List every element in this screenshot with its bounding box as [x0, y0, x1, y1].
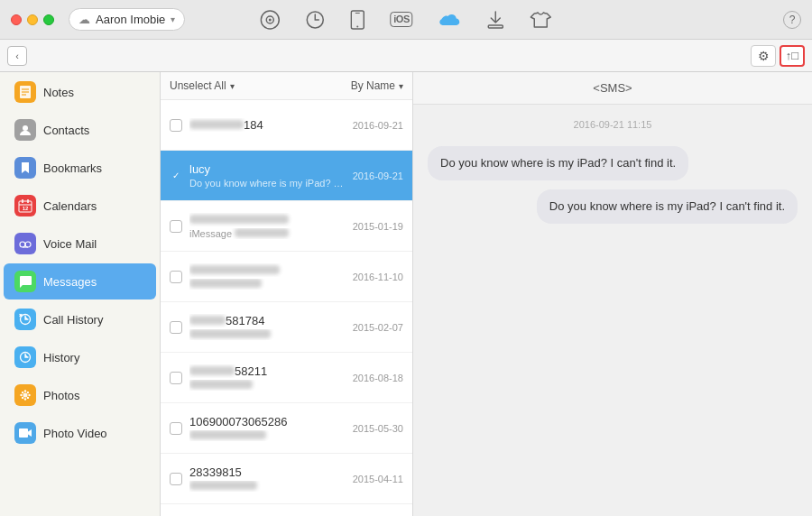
- sidebar-callhistory-label: Call History: [43, 313, 103, 327]
- sidebar-item-calendars[interactable]: 12 Calendars: [4, 188, 156, 224]
- contact-info: 58211: [189, 364, 346, 391]
- sidebar-item-history[interactable]: History: [4, 339, 156, 375]
- svg-rect-32: [19, 428, 28, 438]
- sidebar-photovideo-label: Photo Video: [43, 427, 107, 440]
- contact-date: 2015-05-30: [353, 423, 403, 434]
- contact-name: 184: [189, 118, 346, 132]
- sidebar-contacts-label: Contacts: [43, 124, 89, 137]
- sidebar-item-notes[interactable]: Notes: [4, 74, 156, 110]
- list-item[interactable]: 184 2016-09-21: [161, 100, 412, 151]
- contact-preview: [189, 329, 346, 340]
- sidebar-item-voicemail[interactable]: Voice Mail: [4, 226, 156, 262]
- callhistory-icon: [14, 309, 36, 330]
- tshirt-icon[interactable]: [531, 11, 552, 29]
- icloud-icon[interactable]: [438, 12, 462, 28]
- nav-bar: ‹ ⚙ ↑□: [0, 40, 812, 72]
- sort-button[interactable]: By Name ▾: [351, 79, 403, 92]
- main-content: Notes Contacts Bookmarks: [0, 72, 812, 516]
- contact-preview: iMessage: [189, 228, 346, 239]
- contact-name: [189, 263, 346, 277]
- chat-header: <SMS>: [413, 72, 812, 105]
- contact-checkbox[interactable]: [170, 422, 182, 435]
- list-item[interactable]: iMessage 2015-01-19: [161, 201, 412, 252]
- contact-name: [189, 213, 346, 226]
- list-header: Unselect All ▾ By Name ▾: [161, 72, 412, 100]
- calendars-icon: 12: [14, 195, 36, 217]
- svg-point-30: [27, 392, 29, 393]
- sidebar-item-callhistory[interactable]: Call History: [4, 301, 156, 337]
- ios-icon[interactable]: iOS: [390, 12, 412, 27]
- svg-point-24: [24, 390, 26, 392]
- svg-point-29: [27, 397, 29, 399]
- sidebar-item-photos[interactable]: Photos: [4, 377, 156, 413]
- account-selector[interactable]: ☁ Aaron Imobie ▾: [69, 8, 185, 31]
- contact-preview: [189, 481, 346, 492]
- close-button[interactable]: [11, 14, 22, 25]
- history-icon: [14, 346, 36, 368]
- contact-date: 2016-11-10: [353, 272, 403, 282]
- contact-checkbox[interactable]: [170, 321, 182, 334]
- backup-history-icon[interactable]: [305, 10, 325, 30]
- name-blur: [189, 316, 226, 325]
- device-icon[interactable]: [350, 10, 364, 30]
- contact-info: lucy Do you know where is my iPad? I can…: [189, 162, 346, 189]
- sidebar-item-bookmarks[interactable]: Bookmarks: [4, 150, 156, 186]
- svg-point-23: [23, 393, 28, 398]
- settings-button[interactable]: ⚙: [751, 45, 776, 67]
- list-item[interactable]: 581784 2015-02-07: [161, 302, 412, 353]
- download-icon[interactable]: [487, 10, 505, 30]
- help-button[interactable]: ?: [783, 11, 801, 29]
- chat-timestamp: 2016-09-21 11:15: [428, 112, 798, 137]
- sidebar-item-messages[interactable]: Messages: [4, 263, 156, 299]
- contacts-icon: [14, 119, 36, 141]
- sidebar-calendars-label: Calendars: [43, 199, 97, 213]
- music-icon[interactable]: [260, 10, 280, 30]
- list-item[interactable]: 106900073065286 2015-05-30: [161, 403, 412, 454]
- message-bubble-received: Do you know where is my iPad? I can't fi…: [428, 146, 688, 180]
- dropdown-icon: ▾: [230, 81, 235, 91]
- photos-icon: [14, 384, 36, 406]
- list-item[interactable]: 28339815 2015-04-11: [161, 454, 412, 504]
- contact-info: iMessage: [189, 213, 346, 239]
- contact-checkbox[interactable]: [170, 473, 182, 485]
- contact-date: 2015-02-07: [353, 322, 403, 333]
- list-item[interactable]: 100860325225 2015-01-26: [161, 504, 412, 516]
- contact-preview: Do you know where is my iPad? I can't fi…: [189, 178, 346, 189]
- contact-name: 28339815: [189, 465, 346, 479]
- contact-checkbox[interactable]: [170, 372, 182, 384]
- sidebar-photos-label: Photos: [43, 389, 79, 402]
- gear-icon: ⚙: [758, 49, 770, 63]
- export-button[interactable]: ↑□: [780, 45, 805, 67]
- name-blur: [189, 265, 280, 274]
- sidebar-notes-label: Notes: [43, 86, 74, 99]
- chat-pane: <SMS> 2016-09-21 11:15 Do you know where…: [413, 72, 812, 516]
- contact-checkbox[interactable]: [170, 271, 182, 283]
- sidebar-item-contacts[interactable]: Contacts: [4, 112, 156, 148]
- contact-checkbox[interactable]: [170, 119, 182, 132]
- list-item[interactable]: lucy Do you know where is my iPad? I can…: [161, 151, 412, 201]
- contact-checkbox[interactable]: [170, 220, 182, 233]
- unselect-label: Unselect All: [170, 79, 226, 92]
- contact-preview: [189, 430, 346, 441]
- sidebar-item-photovideo[interactable]: Photo Video: [4, 415, 156, 451]
- contact-info: 184: [189, 118, 346, 132]
- name-blur: [189, 120, 244, 129]
- contact-checkbox-checked[interactable]: [170, 170, 182, 182]
- contact-date: 2016-08-18: [353, 373, 403, 383]
- sort-label: By Name: [351, 79, 395, 92]
- messages-icon: [14, 271, 36, 292]
- contact-info: 106900073065286: [189, 415, 346, 441]
- list-item[interactable]: 58211 2016-08-18: [161, 353, 412, 403]
- list-item[interactable]: 2016-11-10: [161, 252, 412, 302]
- sidebar-history-label: History: [43, 351, 79, 364]
- back-button[interactable]: ‹: [7, 46, 27, 66]
- maximize-button[interactable]: [43, 14, 54, 25]
- contact-list: Unselect All ▾ By Name ▾ 184 2016-09-21 …: [161, 72, 413, 516]
- svg-text:12: 12: [23, 206, 29, 211]
- title-bar: ☁ Aaron Imobie ▾ iOS: [0, 0, 812, 40]
- contact-date: 2015-04-11: [353, 474, 403, 484]
- unselect-all-button[interactable]: Unselect All ▾: [170, 79, 235, 92]
- bookmarks-icon: [14, 157, 36, 179]
- minimize-button[interactable]: [27, 14, 38, 25]
- contact-name: 58211: [189, 364, 346, 378]
